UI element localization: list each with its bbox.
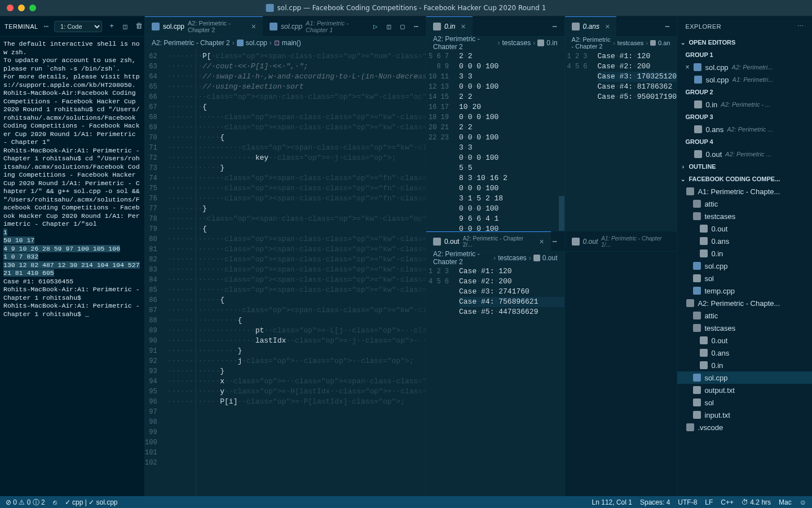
status-indent[interactable]: Spaces: 4: [640, 498, 670, 506]
folder-icon: [693, 324, 701, 332]
cpp-icon: [694, 76, 702, 84]
tree-item[interactable]: A1: Perimetric - Chapte...: [677, 185, 812, 198]
status-encoding[interactable]: UTF-8: [678, 498, 697, 506]
tree-item[interactable]: 0.ans: [677, 235, 812, 247]
open-editor-item[interactable]: 0.inA2: Perimetric - ...: [677, 98, 812, 111]
tab-0out-a1[interactable]: 0.out A1: Perimetric - Chapter 1/...: [565, 231, 677, 251]
open-editor-item[interactable]: × sol.cppA2: Perimetri...: [677, 61, 812, 73]
file-icon: [433, 23, 441, 30]
close-window[interactable]: [7, 5, 14, 11]
close-icon[interactable]: ×: [539, 237, 544, 246]
editor-0out[interactable]: 1 2 3 4 5 6 Case·#1:·120Case·#2:·200Case…: [426, 264, 564, 496]
status-item[interactable]: ⎋: [53, 498, 57, 506]
more-icon[interactable]: ⋯: [551, 238, 559, 246]
group-header[interactable]: GROUP 2: [677, 86, 812, 98]
terminal-body[interactable]: The default interactive shell is now zsh…: [0, 37, 144, 496]
editor-group-main: sol.cpp A2: Perimetric - Chapter 2 × sol…: [145, 16, 426, 496]
status-cursor[interactable]: Ln 112, Col 1: [592, 498, 632, 506]
terminal-more-icon[interactable]: ⋯: [44, 21, 48, 31]
breadcrumb-0out[interactable]: A2: Perimetric - Chapter 2› testcases› 0…: [426, 252, 564, 264]
out-icon: [693, 398, 701, 406]
split-icon[interactable]: ◫: [385, 23, 393, 30]
tree-item[interactable]: sol.cpp: [677, 260, 812, 272]
txt-icon: [700, 237, 708, 245]
tree-item[interactable]: testcases: [677, 210, 812, 222]
maximize-window[interactable]: [29, 5, 36, 11]
tree-item[interactable]: attic: [677, 309, 812, 322]
cpp-icon: [152, 23, 160, 30]
txt-icon: [700, 336, 708, 344]
tab-0ans[interactable]: 0.ans ×: [565, 16, 617, 36]
tab-0out-a2[interactable]: 0.out A2: Perimetric - Chapter 2/... ×: [426, 231, 551, 251]
open-editor-item[interactable]: sol.cppA1: Perimetri...: [677, 73, 812, 86]
tree-item[interactable]: 0.out: [677, 222, 812, 235]
file-icon: [572, 238, 580, 246]
kill-terminal-icon[interactable]: 🗑: [135, 23, 143, 30]
txt-icon: [694, 150, 702, 158]
scrollbar-thumb[interactable]: [559, 196, 564, 231]
status-feedback[interactable]: ☺: [800, 498, 806, 506]
status-problems[interactable]: ⊘ 0 ⚠ 0 ⓘ 2: [6, 498, 45, 507]
status-language[interactable]: C++: [721, 498, 734, 506]
status-os[interactable]: Mac: [779, 498, 792, 506]
group-header[interactable]: GROUP 4: [677, 135, 812, 148]
terminal-panel: TERMINAL ⋯ 1: Code + ◫ 🗑 The default int…: [0, 16, 145, 496]
pane-0out-a1: 0.out A1: Perimetric - Chapter 1/...: [565, 231, 677, 496]
editor-tabs: sol.cpp A2: Perimetric - Chapter 2 × sol…: [145, 16, 426, 37]
tree-item[interactable]: sol: [677, 396, 812, 409]
more-icon[interactable]: ⋯: [551, 23, 559, 30]
tree-item[interactable]: sol: [677, 272, 812, 284]
file-icon: [572, 23, 580, 30]
file-icon: [433, 238, 441, 246]
group-header[interactable]: GROUP 1: [677, 49, 812, 61]
terminal-select[interactable]: 1: Code: [54, 21, 102, 32]
minimize-window[interactable]: [18, 5, 25, 11]
tree-item[interactable]: 0.in: [677, 247, 812, 260]
preview-icon[interactable]: ▢: [399, 23, 407, 30]
tree-item[interactable]: A2: Perimetric - Chapte...: [677, 297, 812, 309]
tab-sol-cpp-a1[interactable]: sol.cpp A1: Perimetric - Chapter 1: [263, 16, 372, 36]
tree-item[interactable]: attic: [677, 198, 812, 210]
tab-sol-cpp-a2[interactable]: sol.cpp A2: Perimetric - Chapter 2 ×: [145, 16, 263, 36]
breadcrumb-0ans[interactable]: A2: Perimetric - Chapter 2› testcases› 0…: [565, 37, 677, 49]
workspace-section[interactable]: ⌄FACEBOOK CODING COMPE...: [677, 173, 812, 185]
more-icon[interactable]: ⋯: [412, 23, 420, 30]
close-icon[interactable]: ×: [685, 63, 689, 71]
open-editor-item[interactable]: 0.outA2: Perimetric ...: [677, 148, 812, 160]
outline-section[interactable]: ›OUTLINE: [677, 160, 812, 173]
close-icon[interactable]: ×: [251, 22, 256, 31]
tree-item[interactable]: temp.cpp: [677, 284, 812, 297]
editor-0in[interactable]: 5 6 7 8 9 10 11 12 13 14 15 16 17 18 19 …: [426, 49, 564, 231]
tree-item[interactable]: 0.in: [677, 359, 812, 371]
tree-item[interactable]: sol.cpp: [677, 371, 812, 384]
breadcrumb-0in[interactable]: A2: Perimetric - Chapter 2› testcases› 0…: [426, 37, 564, 49]
tree-item[interactable]: output.txt: [677, 384, 812, 396]
close-icon[interactable]: ×: [605, 22, 610, 31]
breadcrumb[interactable]: A2: Perimetric - Chapter 2› sol.cpp› ⊡ m…: [145, 37, 426, 49]
close-icon[interactable]: ×: [461, 22, 465, 31]
tree-item[interactable]: testcases: [677, 322, 812, 334]
minimap[interactable]: [418, 49, 426, 496]
tab-0in[interactable]: 0.in ×: [426, 16, 473, 36]
status-tasks[interactable]: ✓ cpp | ✓ sol.cpp: [65, 498, 118, 506]
tree-item[interactable]: .vscode: [677, 421, 812, 433]
run-icon[interactable]: ▷: [372, 23, 379, 30]
open-editors-section[interactable]: ⌄OPEN EDITORS: [677, 36, 812, 49]
split-terminal-icon[interactable]: ◫: [121, 23, 129, 30]
terminal-title: TERMINAL: [5, 23, 38, 30]
open-editor-item[interactable]: 0.ansA2: Perimetric ...: [677, 123, 812, 135]
terminal-header: TERMINAL ⋯ 1: Code + ◫ 🗑: [0, 16, 144, 37]
more-icon[interactable]: ⋯: [663, 23, 671, 30]
group-header[interactable]: GROUP 3: [677, 111, 812, 123]
status-eol[interactable]: LF: [705, 498, 713, 506]
editor-0ans[interactable]: 1 2 3 4 5 6 Case·#1:·120Case·#2:·200Case…: [565, 49, 677, 231]
status-time[interactable]: ⏱ 4.2 hrs: [742, 498, 771, 506]
folder-icon: [686, 423, 694, 431]
new-terminal-icon[interactable]: +: [108, 23, 116, 30]
tree-item[interactable]: input.txt: [677, 409, 812, 421]
tree-item[interactable]: 0.ans: [677, 347, 812, 359]
folder-icon: [693, 200, 701, 208]
tree-item[interactable]: 0.out: [677, 334, 812, 347]
explorer-more-icon[interactable]: ⋯: [797, 23, 804, 30]
code-editor[interactable]: 62 63 64 65 66 67 68 69 70 71 72 73 74 7…: [145, 49, 426, 496]
